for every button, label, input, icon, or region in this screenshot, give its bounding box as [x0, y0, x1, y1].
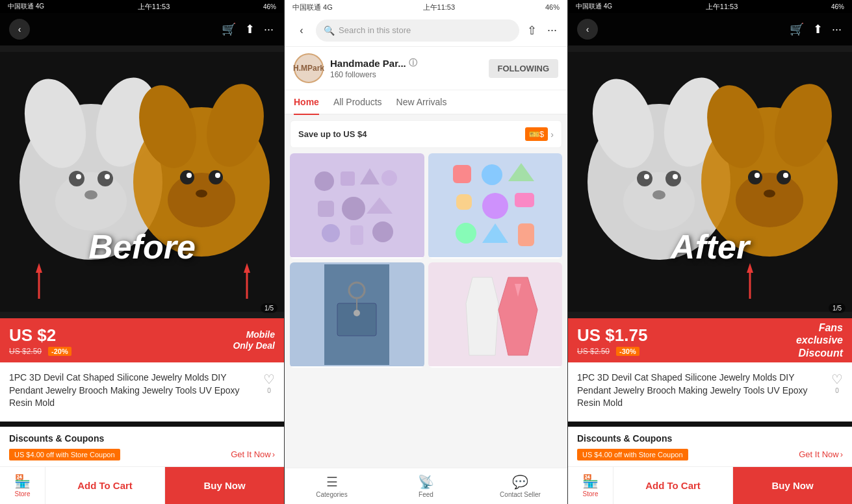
feed-icon: 📡 [418, 474, 434, 490]
before-label: Before [88, 227, 196, 266]
svg-point-39 [482, 193, 508, 219]
right-buy-now-button[interactable]: Buy Now [733, 467, 852, 504]
product-image-1 [290, 153, 424, 257]
svg-point-27 [381, 170, 397, 186]
svg-point-4 [55, 172, 127, 231]
right-time: 上午11:53 [706, 2, 738, 12]
center-more-button[interactable]: ··· [545, 22, 560, 38]
left-back-button[interactable]: ‹ [9, 19, 30, 40]
center-share-button[interactable]: ⇧ [524, 22, 539, 39]
svg-rect-43 [518, 223, 534, 246]
svg-point-68 [748, 170, 762, 184]
svg-point-14 [180, 170, 194, 184]
svg-point-7 [76, 174, 81, 179]
right-discount-badge: -30% [616, 347, 639, 356]
left-original-price: US $2.50 [9, 347, 42, 356]
nav-contact-seller[interactable]: 💬 Contact Seller [473, 468, 567, 504]
right-back-button[interactable]: ‹ [577, 19, 598, 40]
center-panel: 中国联通 4G 上午11:53 46% ‹ 🔍 Search in this s… [284, 0, 568, 504]
product-card-1[interactable]: Silicone Molds For Resin Windmill Small … [290, 153, 424, 258]
after-label: After [671, 227, 749, 266]
left-toolbar: ‹ 🛒 ⬆ ··· [0, 13, 284, 45]
left-more-button[interactable]: ··· [263, 21, 275, 38]
svg-point-49 [354, 310, 360, 316]
svg-point-8 [105, 174, 110, 179]
left-time: 上午11:53 [138, 2, 170, 12]
right-store-button[interactable]: 🏪 Store [568, 467, 613, 504]
left-coupon-tag: US $4.00 off with Store Coupon [9, 449, 120, 460]
left-store-button[interactable]: 🏪 Store [0, 467, 45, 504]
svg-rect-25 [341, 171, 355, 186]
svg-point-60 [665, 171, 681, 186]
right-original-price: US $2.50 [577, 347, 610, 356]
left-wishlist-count: 0 [267, 387, 271, 394]
nav-feed-label: Feed [419, 491, 433, 498]
right-product-title: 1PC 3D Devil Cat Shaped Silicone Jewelry… [577, 372, 826, 410]
right-carrier: 中国联通 4G [576, 2, 612, 11]
chevron-right-icon: › [272, 449, 275, 459]
center-bottom-nav: ☰ Categories 📡 Feed 💬 Contact Seller [285, 468, 567, 504]
left-cart-button[interactable]: 🛒 [220, 21, 237, 38]
tab-all-products[interactable]: All Products [333, 90, 391, 114]
right-price: US $1.75 [577, 325, 647, 346]
svg-point-33 [372, 221, 393, 242]
svg-rect-32 [350, 225, 363, 245]
heart-icon-right: ♡ [831, 372, 843, 387]
left-product-image: Before 1/5 [0, 45, 284, 318]
svg-point-63 [652, 190, 665, 199]
product-card-body-4: Diamond Crystal Mold UV Resin US $0.45 1… [428, 366, 563, 368]
center-search-bar[interactable]: 🔍 Search in this store [316, 19, 519, 42]
svg-point-67 [736, 173, 803, 227]
left-store-label: Store [15, 490, 31, 498]
svg-point-36 [482, 164, 502, 185]
left-share-button[interactable]: ⬆ [244, 21, 256, 38]
tab-home[interactable]: Home [294, 90, 328, 114]
center-back-button[interactable]: ‹ [292, 21, 311, 40]
left-status-bar: 中国联通 4G 上午11:53 46% [0, 0, 284, 13]
following-button[interactable]: FOLLOWING [489, 59, 558, 78]
svg-rect-40 [515, 193, 534, 207]
right-exclusive-label: FansexclusiveDiscount [796, 321, 843, 359]
svg-marker-51 [466, 277, 498, 355]
right-add-to-cart-button[interactable]: Add To Cart [613, 467, 733, 504]
svg-point-29 [342, 197, 365, 220]
product-card-4[interactable]: Diamond Crystal Mold UV Resin US $0.45 1… [428, 262, 563, 368]
right-toolbar: ‹ 🛒 ⬆ ··· [568, 13, 852, 45]
left-wishlist-button[interactable]: ♡ 0 [263, 372, 275, 394]
left-buy-now-button[interactable]: Buy Now [165, 467, 284, 504]
right-get-it-now-button[interactable]: Get It Now › [799, 449, 843, 459]
center-carrier: 中国联通 4G [292, 3, 333, 12]
nav-feed[interactable]: 📡 Feed [379, 468, 473, 504]
verified-icon: ⓘ [409, 57, 417, 69]
left-get-it-now-button[interactable]: Get It Now › [231, 449, 275, 459]
right-price-bar: US $1.75 US $2.50 -30% FansexclusiveDisc… [568, 318, 852, 362]
product-card-body-2: New Shaker Molds Quicksand Cat Paw Game … [428, 257, 563, 258]
search-icon: 🔍 [324, 25, 335, 36]
right-cart-button[interactable]: 🛒 [788, 21, 805, 38]
nav-contact-label: Contact Seller [500, 491, 541, 498]
product-image-2 [428, 153, 563, 257]
left-add-to-cart-button[interactable]: Add To Cart [45, 467, 165, 504]
heart-icon: ♡ [263, 372, 275, 387]
center-promo-banner[interactable]: Save up to US $4 🎫$ › [290, 120, 562, 148]
left-carrier: 中国联通 4G [8, 2, 44, 11]
center-time: 上午11:53 [423, 3, 456, 12]
right-wishlist-button[interactable]: ♡ 0 [831, 372, 843, 394]
svg-point-70 [755, 173, 760, 178]
left-discount-badge: -20% [48, 347, 71, 356]
svg-point-41 [456, 223, 476, 244]
product-card-2[interactable]: New Shaker Molds Quicksand Cat Paw Game … [428, 153, 563, 258]
svg-point-62 [673, 174, 678, 179]
left-price: US $2 [9, 325, 71, 346]
tab-new-arrivals[interactable]: New Arrivals [396, 90, 456, 114]
svg-point-71 [783, 173, 788, 178]
right-share-button[interactable]: ⬆ [812, 21, 824, 38]
store-avatar: H.MPark [294, 53, 324, 83]
svg-point-9 [84, 190, 97, 199]
product-card-3[interactable]: Silicone Mold Coffin Shape US $0.35 280 … [290, 262, 424, 368]
svg-point-59 [637, 171, 652, 186]
left-discounts-title: Discounts & Coupons [9, 433, 275, 444]
right-more-button[interactable]: ··· [831, 21, 843, 38]
nav-categories[interactable]: ☰ Categories [285, 468, 379, 504]
promo-icon: 🎫$ [525, 127, 548, 141]
